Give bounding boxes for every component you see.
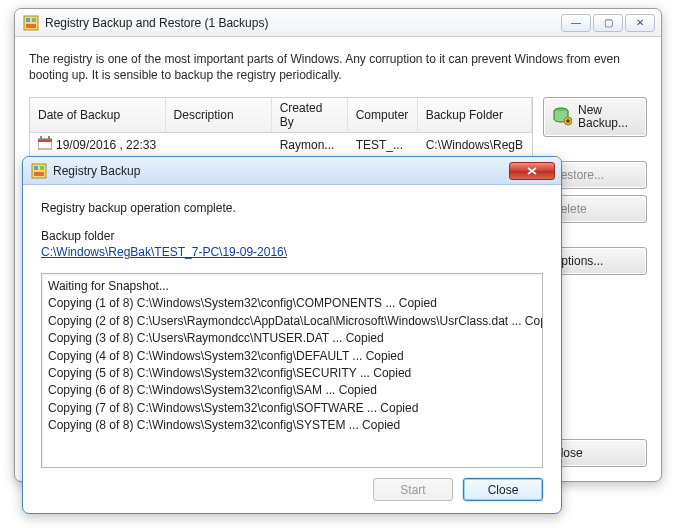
status-text: Registry backup operation complete. xyxy=(41,201,543,215)
svg-rect-2 xyxy=(32,18,36,22)
svg-rect-6 xyxy=(40,136,42,140)
svg-rect-1 xyxy=(26,18,30,22)
log-line: Copying (5 of 8) C:\Windows\System32\con… xyxy=(48,365,536,382)
cell-by: Raymon... xyxy=(271,133,347,157)
log-line: Copying (7 of 8) C:\Windows\System32\con… xyxy=(48,400,536,417)
info-text: The registry is one of the most importan… xyxy=(29,51,647,83)
window-close-button[interactable]: ✕ xyxy=(625,14,655,32)
start-button: Start xyxy=(373,478,453,501)
log-line: Copying (8 of 8) C:\Windows\System32\con… xyxy=(48,417,536,434)
col-desc[interactable]: Description xyxy=(165,98,271,133)
cell-date: 19/09/2016 , 22:33 xyxy=(56,138,156,152)
svg-rect-3 xyxy=(26,24,36,28)
col-folder[interactable]: Backup Folder xyxy=(417,98,531,133)
app-icon xyxy=(31,163,47,179)
new-backup-button[interactable]: New Backup... xyxy=(543,97,647,137)
log-line: Copying (2 of 8) C:\Users\Raymondcc\AppD… xyxy=(48,313,536,330)
svg-rect-7 xyxy=(48,136,50,140)
col-date[interactable]: Date of Backup xyxy=(30,98,165,133)
col-by[interactable]: Created By xyxy=(271,98,347,133)
svg-rect-11 xyxy=(34,166,38,170)
modal-close-button[interactable]: Close xyxy=(463,478,543,501)
main-title: Registry Backup and Restore (1 Backups) xyxy=(45,16,561,30)
new-backup-label: New Backup... xyxy=(578,104,638,130)
folder-label: Backup folder xyxy=(41,229,543,243)
table-header-row: Date of Backup Description Created By Co… xyxy=(30,98,532,133)
modal-titlebar[interactable]: Registry Backup xyxy=(23,157,561,185)
svg-rect-13 xyxy=(34,172,44,176)
modal-window: Registry Backup Registry backup operatio… xyxy=(22,156,562,514)
folder-link[interactable]: C:\Windows\RegBak\TEST_7-PC\19-09-2016\ xyxy=(41,245,543,259)
svg-rect-12 xyxy=(40,166,44,170)
log-line: Copying (6 of 8) C:\Windows\System32\con… xyxy=(48,382,536,399)
database-plus-icon xyxy=(552,106,572,129)
modal-window-close-button[interactable] xyxy=(509,162,555,180)
app-icon xyxy=(23,15,39,31)
log-line: Copying (1 of 8) C:\Windows\System32\con… xyxy=(48,295,536,312)
main-titlebar[interactable]: Registry Backup and Restore (1 Backups) … xyxy=(15,9,661,37)
log-line: Copying (3 of 8) C:\Users\Raymondcc\NTUS… xyxy=(48,330,536,347)
cell-desc xyxy=(165,133,271,157)
cell-computer: TEST_... xyxy=(347,133,417,157)
cell-folder: C:\Windows\RegB xyxy=(417,133,531,157)
table-row[interactable]: 19/09/2016 , 22:33 Raymon... TEST_... C:… xyxy=(30,133,532,157)
minimize-button[interactable]: — xyxy=(561,14,591,32)
row-icon xyxy=(38,136,52,153)
col-computer[interactable]: Computer xyxy=(347,98,417,133)
maximize-button[interactable]: ▢ xyxy=(593,14,623,32)
log-line: Copying (4 of 8) C:\Windows\System32\con… xyxy=(48,348,536,365)
modal-title: Registry Backup xyxy=(53,164,509,178)
log-output[interactable]: Waiting for Snapshot... Copying (1 of 8)… xyxy=(41,273,543,468)
log-line: Waiting for Snapshot... xyxy=(48,278,536,295)
